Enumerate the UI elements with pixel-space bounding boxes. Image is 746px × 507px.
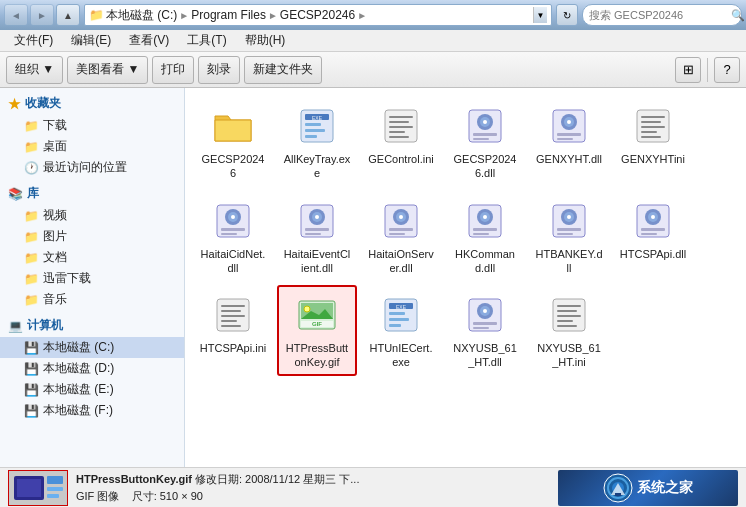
sidebar-item-c-drive[interactable]: 💾 本地磁盘 (C:) <box>0 337 184 358</box>
file-item[interactable]: GENXYHT.dll <box>529 96 609 187</box>
sidebar-item-video-label: 视频 <box>43 207 67 224</box>
svg-rect-9 <box>389 126 413 128</box>
svg-point-21 <box>567 120 571 124</box>
print-button[interactable]: 打印 <box>152 56 194 84</box>
file-item[interactable]: EXE AllKeyTray.exe <box>277 96 357 187</box>
svg-rect-81 <box>389 324 401 327</box>
refresh-button[interactable]: ↻ <box>556 4 578 26</box>
sidebar-item-f-drive[interactable]: 💾 本地磁盘 (F:) <box>0 400 184 421</box>
favorites-section: ★ 收藏夹 📁 下载 📁 桌面 🕐 最近访问的位置 <box>0 92 184 178</box>
folder-icon-pictures: 📁 <box>24 230 39 244</box>
view-icons-button[interactable]: ⊞ <box>675 57 701 83</box>
library-header[interactable]: 📚 库 <box>0 182 184 205</box>
disk-icon-e: 💾 <box>24 383 39 397</box>
file-item[interactable]: GENXYHTini <box>613 96 693 187</box>
file-item[interactable]: NXYUSB_61_HT.dll <box>445 285 525 376</box>
status-preview <box>8 470 68 506</box>
file-item[interactable]: HTCSPApi.dll <box>613 191 693 282</box>
sidebar: ★ 收藏夹 📁 下载 📁 桌面 🕐 最近访问的位置 📚 <box>0 88 185 467</box>
file-name: HKCommand.dll <box>451 247 519 276</box>
menu-view[interactable]: 查看(V) <box>121 30 177 51</box>
menu-edit[interactable]: 编辑(E) <box>63 30 119 51</box>
file-name: HTBANKEY.dll <box>535 247 603 276</box>
sidebar-item-thunder-label: 迅雷下载 <box>43 270 91 287</box>
file-item[interactable]: HaitaiEventClient.dll <box>277 191 357 282</box>
view-button[interactable]: 美图看看 ▼ <box>67 56 148 84</box>
file-item[interactable]: GECSP20246.dll <box>445 96 525 187</box>
svg-rect-92 <box>557 315 581 317</box>
svg-rect-64 <box>641 228 665 231</box>
sidebar-item-thunder[interactable]: 📁 迅雷下载 <box>0 268 184 289</box>
sidebar-item-e-drive[interactable]: 💾 本地磁盘 (E:) <box>0 379 184 400</box>
menu-tools[interactable]: 工具(T) <box>179 30 234 51</box>
search-input[interactable] <box>589 9 727 21</box>
sidebar-item-music[interactable]: 📁 音乐 <box>0 289 184 310</box>
file-item[interactable]: HKCommand.dll <box>445 191 525 282</box>
svg-rect-79 <box>389 312 405 315</box>
file-icon <box>209 291 257 339</box>
menu-file[interactable]: 文件(F) <box>6 30 61 51</box>
library-icon: 📚 <box>8 187 23 201</box>
file-name: GECSP20246.dll <box>451 152 519 181</box>
file-item[interactable]: GECSP20246 <box>193 96 273 187</box>
svg-point-51 <box>483 215 487 219</box>
file-item[interactable]: HaitaiCidNet.dll <box>193 191 273 282</box>
organize-button[interactable]: 组织 ▼ <box>6 56 63 84</box>
svg-rect-46 <box>389 228 413 231</box>
svg-rect-7 <box>389 116 413 118</box>
svg-point-86 <box>483 309 487 313</box>
file-item[interactable]: HaitaiOnServer.dll <box>361 191 441 282</box>
svg-rect-16 <box>473 133 497 136</box>
help-button[interactable]: ? <box>714 57 740 83</box>
status-bar: HTPressButtonKey.gif 修改日期: 2008/11/12 星期… <box>0 467 746 507</box>
svg-rect-3 <box>305 129 325 132</box>
sidebar-item-download[interactable]: 📁 下载 <box>0 115 184 136</box>
file-item[interactable]: HTCSPApi.ini <box>193 285 273 376</box>
file-item[interactable]: GIF HTPressButtonKey.gif <box>277 285 357 376</box>
file-item[interactable]: HTBANKEY.dll <box>529 191 609 282</box>
file-icon <box>377 197 425 245</box>
sidebar-item-d-drive[interactable]: 💾 本地磁盘 (D:) <box>0 358 184 379</box>
address-dropdown[interactable]: ▼ <box>533 7 547 23</box>
search-bar[interactable]: 🔍 <box>582 4 742 26</box>
title-bar: ◄ ► ▲ 📁 本地磁盘 (C:) ► Program Files ► GECS… <box>0 0 746 30</box>
menu-help[interactable]: 帮助(H) <box>237 30 294 51</box>
file-name: AllKeyTray.exe <box>283 152 351 181</box>
burn-button[interactable]: 刻录 <box>198 56 240 84</box>
file-item[interactable]: GEControl.ini <box>361 96 441 187</box>
sidebar-item-music-label: 音乐 <box>43 291 67 308</box>
breadcrumb-current[interactable]: GECSP20246 <box>280 8 355 22</box>
forward-button[interactable]: ► <box>30 4 54 26</box>
svg-text:EXE: EXE <box>312 115 323 121</box>
back-button[interactable]: ◄ <box>4 4 28 26</box>
new-folder-button[interactable]: 新建文件夹 <box>244 56 322 84</box>
file-icon: GIF <box>293 291 341 339</box>
svg-point-15 <box>483 120 487 124</box>
status-text: HTPressButtonKey.gif 修改日期: 2008/11/12 星期… <box>76 471 550 504</box>
search-icon: 🔍 <box>731 9 745 22</box>
sidebar-item-pictures[interactable]: 📁 图片 <box>0 226 184 247</box>
file-name: GENXYHT.dll <box>536 152 602 166</box>
svg-rect-29 <box>641 136 661 138</box>
address-bar[interactable]: 📁 本地磁盘 (C:) ► Program Files ► GECSP20246… <box>84 4 552 26</box>
sidebar-item-desktop[interactable]: 📁 桌面 <box>0 136 184 157</box>
folder-icon-download: 📁 <box>24 119 39 133</box>
file-area: GECSP20246 EXE AllKeyTray.exe GEControl.… <box>185 88 746 467</box>
file-icon <box>545 102 593 150</box>
favorites-header[interactable]: ★ 收藏夹 <box>0 92 184 115</box>
svg-rect-99 <box>47 487 63 491</box>
watermark-text: 系统之家 <box>637 479 693 497</box>
sidebar-item-recent[interactable]: 🕐 最近访问的位置 <box>0 157 184 178</box>
folder-icon-video: 📁 <box>24 209 39 223</box>
svg-text:GIF: GIF <box>312 321 322 327</box>
breadcrumb-root[interactable]: 本地磁盘 (C:) <box>106 7 177 24</box>
file-item[interactable]: NXYUSB_61_HT.ini <box>529 285 609 376</box>
file-item[interactable]: EXE HTUnIECert.exe <box>361 285 441 376</box>
up-button[interactable]: ▲ <box>56 4 80 26</box>
svg-text:EXE: EXE <box>396 304 407 310</box>
sidebar-item-documents[interactable]: 📁 文档 <box>0 247 184 268</box>
breadcrumb-programfiles[interactable]: Program Files <box>191 8 266 22</box>
sidebar-item-video[interactable]: 📁 视频 <box>0 205 184 226</box>
computer-header[interactable]: 💻 计算机 <box>0 314 184 337</box>
file-icon: EXE <box>293 102 341 150</box>
